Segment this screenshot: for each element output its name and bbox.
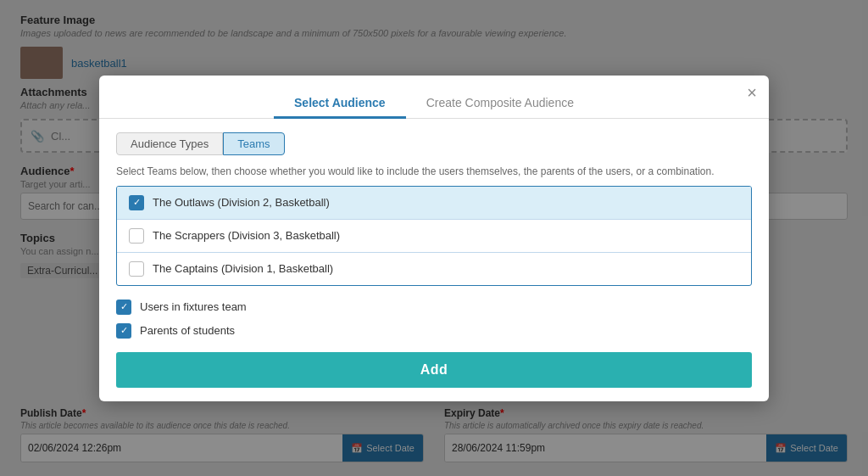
- instruction-text: Select Teams below, then choose whether …: [116, 165, 752, 177]
- team-check-2: [129, 228, 144, 244]
- team-name-3: The Captains (Division 1, Basketball): [153, 262, 333, 275]
- modal-body: Audience Types Teams Select Teams below,…: [99, 119, 769, 401]
- add-button[interactable]: Add: [116, 352, 752, 388]
- pill-audience-types[interactable]: Audience Types: [116, 132, 223, 155]
- checkbox-parents-label: Parents of students: [140, 324, 235, 337]
- team-item-3[interactable]: The Captains (Division 1, Basketball): [117, 253, 751, 285]
- pill-teams[interactable]: Teams: [223, 132, 284, 155]
- audience-pills: Audience Types Teams: [116, 132, 752, 155]
- select-audience-modal: × Select Audience Create Composite Audie…: [99, 76, 769, 401]
- tab-composite-audience[interactable]: Create Composite Audience: [406, 89, 594, 119]
- team-check-1: ✓: [129, 195, 144, 210]
- team-item-2[interactable]: The Scrappers (Division 3, Basketball): [117, 220, 751, 253]
- team-item-1[interactable]: ✓ The Outlaws (Division 2, Basketball): [117, 187, 751, 220]
- checkbox-users-label: Users in fixtures team: [140, 300, 247, 313]
- tab-select-audience[interactable]: Select Audience: [274, 89, 406, 119]
- team-name-2: The Scrappers (Division 3, Basketball): [153, 229, 340, 242]
- checkbox-parents[interactable]: ✓ Parents of students: [116, 323, 752, 339]
- team-check-3: [129, 261, 144, 277]
- checkbox-users-box: ✓: [116, 300, 131, 315]
- modal-close-button[interactable]: ×: [747, 84, 757, 101]
- modal-overlay: × Select Audience Create Composite Audie…: [0, 0, 868, 476]
- team-name-1: The Outlaws (Division 2, Basketball): [153, 196, 330, 209]
- team-list: ✓ The Outlaws (Division 2, Basketball) T…: [116, 186, 752, 286]
- modal-tabs: Select Audience Create Composite Audienc…: [99, 76, 769, 119]
- checkbox-users[interactable]: ✓ Users in fixtures team: [116, 300, 752, 315]
- checkbox-parents-box: ✓: [116, 323, 131, 339]
